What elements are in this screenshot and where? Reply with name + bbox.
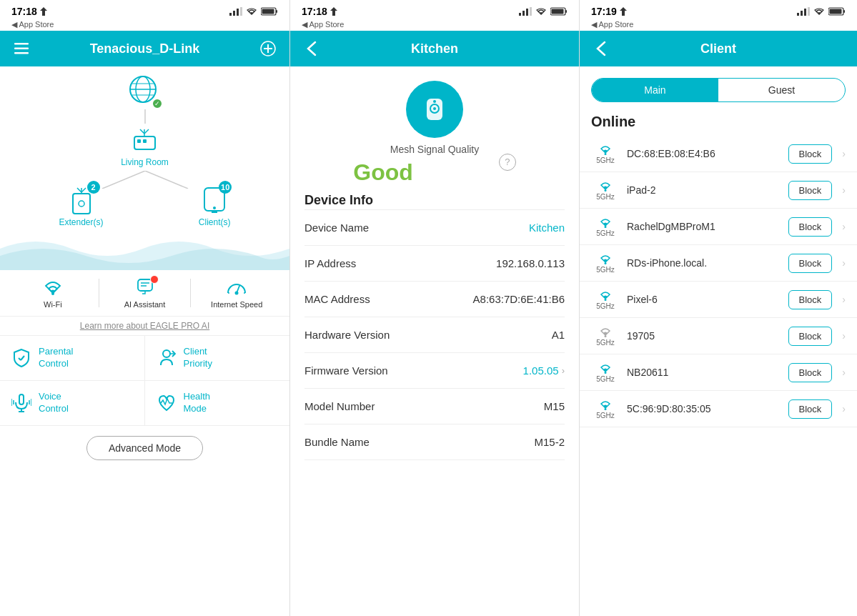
- mac-value: A8:63:7D:6E:41:B6: [473, 293, 565, 305]
- svg-line-31: [81, 188, 86, 192]
- info-row-mac: MAC Address A8:63:7D:6E:41:B6: [304, 283, 565, 315]
- svg-rect-6: [276, 10, 277, 13]
- block-button-6[interactable]: Block: [788, 363, 833, 382]
- block-button-7[interactable]: Block: [788, 399, 833, 419]
- svg-rect-22: [143, 139, 147, 143]
- microphone-icon: [11, 393, 31, 413]
- info-row-fw[interactable]: Firmware Version 1.05.05 ›: [304, 354, 565, 387]
- device-info-title: Device Info: [304, 186, 373, 213]
- mesh-quality: Good: [353, 159, 413, 186]
- segment-guest[interactable]: Guest: [718, 79, 845, 101]
- client-row[interactable]: 5GHz NB20611 Block ›: [580, 354, 857, 391]
- back-chevron-icon-2: [307, 41, 317, 56]
- mesh-signal-label: Mesh Signal Quality: [390, 144, 480, 155]
- signal-icon-3: [797, 7, 810, 16]
- fw-label: Firmware Version: [304, 364, 388, 377]
- help-button[interactable]: ?: [499, 154, 516, 171]
- svg-point-35: [213, 207, 216, 209]
- battery-icon-1: [261, 7, 278, 16]
- appstore-label-2: ◀ App Store: [290, 20, 579, 31]
- client-row[interactable]: 5GHz Pixel-6 Block ›: [580, 282, 857, 318]
- svg-point-36: [51, 292, 54, 295]
- block-button-5[interactable]: Block: [788, 327, 833, 346]
- internet-speed-action[interactable]: Internet Speed: [191, 277, 282, 309]
- wifi-client-icon-0: [597, 143, 614, 156]
- block-button-1[interactable]: Block: [788, 181, 833, 200]
- ai-assistant-action[interactable]: AI Assistant: [99, 277, 191, 309]
- info-row-model: Model Number M15: [304, 390, 565, 422]
- eagle-pro-link[interactable]: Learn more about EAGLE PRO AI: [0, 317, 289, 335]
- back-button-3[interactable]: [591, 39, 611, 59]
- segment-control: Main Guest: [591, 78, 846, 102]
- client-priority-label: ClientPriority: [184, 346, 212, 370]
- ip-label: IP Address: [304, 257, 356, 269]
- wifi-client-icon-5: [597, 325, 614, 338]
- model-label: Model Number: [304, 400, 375, 412]
- mac-label: MAC Address: [304, 293, 370, 305]
- clients-item[interactable]: 10 Client(s): [199, 185, 231, 227]
- device-name-label: Device Name: [304, 222, 369, 234]
- extenders-label: Extender(s): [59, 217, 104, 227]
- kitchen-content: Mesh Signal Quality Good ? Device Info D…: [290, 66, 579, 616]
- health-mode-label: HealthMode: [184, 391, 211, 415]
- svg-rect-3: [237, 9, 239, 16]
- advanced-mode-button[interactable]: Advanced Mode: [86, 436, 203, 460]
- client-name-2: RachelDgMBProM1: [627, 221, 781, 232]
- block-button-2[interactable]: Block: [788, 217, 833, 237]
- svg-line-24: [140, 129, 144, 134]
- wifi-freq-6: 5GHz: [596, 375, 615, 383]
- health-mode-item[interactable]: HealthMode: [145, 381, 290, 426]
- wifi-icon-wrap-2: 5GHz: [591, 216, 620, 237]
- info-row-device-name: Device Name Kitchen: [304, 212, 565, 244]
- ai-assistant-label: AI Assistant: [124, 300, 165, 309]
- menu-button[interactable]: [11, 39, 31, 59]
- svg-rect-47: [19, 394, 24, 404]
- client-row[interactable]: 5GHz iPad-2 Block ›: [580, 172, 857, 209]
- wifi-client-icon-7: [597, 398, 614, 411]
- voice-control-item[interactable]: VoiceControl: [0, 381, 145, 426]
- block-button-4[interactable]: Block: [788, 290, 833, 309]
- parental-control-item[interactable]: ParentalControl: [0, 336, 145, 381]
- wifi-icon-wrap-0: 5GHz: [591, 143, 620, 164]
- wifi-icon-2: [535, 7, 547, 16]
- svg-point-64: [433, 107, 436, 110]
- client-priority-item[interactable]: ClientPriority: [145, 336, 290, 381]
- svg-rect-73: [830, 9, 842, 14]
- client-row[interactable]: 5GHz RDs-iPhone.local. Block ›: [580, 245, 857, 282]
- network-diagram: ✓ Living Room: [0, 66, 289, 231]
- client-row[interactable]: 5GHz DC:68:EB:08:E4:B6 Block ›: [580, 136, 857, 172]
- client-row[interactable]: 5GHz 5C:96:9D:80:35:05 Block ›: [580, 391, 857, 427]
- battery-icon-2: [550, 7, 568, 16]
- wave-decoration: [0, 227, 289, 270]
- back-chevron-icon-3: [596, 41, 606, 56]
- svg-rect-57: [526, 9, 528, 16]
- device-info-section: Device Info Device Name Kitchen IP Addre…: [304, 193, 565, 460]
- signal-icon-1: [229, 7, 242, 16]
- add-button[interactable]: [258, 39, 278, 59]
- extender-badge: 2: [87, 181, 100, 194]
- wave-svg: [0, 227, 289, 270]
- feature-grid: ParentalControl ClientPriority: [0, 335, 289, 426]
- wifi-action[interactable]: Wi-Fi: [7, 277, 99, 309]
- client-name-1: iPad-2: [627, 184, 781, 196]
- svg-marker-54: [330, 7, 337, 16]
- client-name-5: 19705: [627, 330, 781, 342]
- wifi-client-icon-3: [597, 252, 614, 265]
- client-row[interactable]: 5GHz 19705 Block ›: [580, 318, 857, 354]
- block-button-3[interactable]: Block: [788, 254, 833, 273]
- svg-rect-7: [262, 9, 274, 14]
- block-button-0[interactable]: Block: [788, 144, 833, 164]
- svg-rect-4: [240, 7, 242, 16]
- extenders-item[interactable]: 2 Extender(s): [59, 185, 104, 227]
- wifi-icon-wrap-6: 5GHz: [591, 362, 620, 383]
- svg-point-74: [605, 153, 607, 155]
- wifi-label: Wi-Fi: [44, 300, 62, 309]
- segment-main[interactable]: Main: [592, 79, 718, 101]
- clients-label: Client(s): [199, 217, 231, 227]
- svg-point-45: [163, 350, 170, 357]
- client-row[interactable]: 5GHz RachelDgMBProM1 Block ›: [580, 209, 857, 245]
- svg-point-77: [605, 262, 607, 264]
- svg-line-25: [144, 129, 149, 134]
- back-button-2[interactable]: [302, 39, 322, 59]
- svg-rect-69: [804, 9, 806, 16]
